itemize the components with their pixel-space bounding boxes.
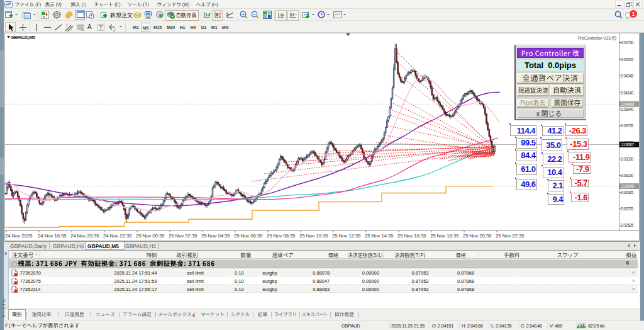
svg-text:2.03130: 2.03130: [621, 173, 634, 178]
svg-text:25 Nov 18:35: 25 Nov 18:35: [430, 233, 459, 239]
svg-text:2.03330: 2.03330: [621, 157, 634, 161]
svg-text:GBPAUD,M5: GBPAUD,M5: [11, 35, 35, 40]
svg-text:25 Nov 02:35: 25 Nov 02:35: [169, 233, 197, 239]
svg-text:2.04140: 2.04140: [621, 91, 634, 95]
svg-text:2.02925: 2.02925: [621, 190, 634, 195]
svg-text:25 Nov 08:35: 25 Nov 08:35: [267, 233, 296, 239]
svg-text:2.04750: 2.04750: [621, 40, 634, 45]
svg-text:25 Nov 22:35: 25 Nov 22:35: [496, 233, 525, 239]
svg-text:24 Nov 18:35: 24 Nov 18:35: [38, 233, 67, 239]
svg-text:2.03735: 2.03735: [621, 123, 634, 128]
svg-text:25 Nov 06:35: 25 Nov 06:35: [234, 233, 263, 239]
svg-text:2.04345: 2.04345: [621, 74, 634, 78]
svg-text:25 Nov 16:35: 25 Nov 16:35: [397, 233, 426, 239]
svg-text:2.02525: 2.02525: [621, 223, 634, 227]
svg-text:2.03940: 2.03940: [621, 107, 634, 111]
svg-text:24 Nov 22:35: 24 Nov 22:35: [103, 233, 132, 239]
svg-text:ProController-V33: ProController-V33: [577, 36, 611, 40]
svg-text:25 Nov 04:35: 25 Nov 04:35: [201, 233, 230, 239]
svg-text:25 Nov 20:35: 25 Nov 20:35: [463, 233, 492, 239]
svg-text:2.02725: 2.02725: [621, 207, 634, 211]
svg-text:25 Nov 12:35: 25 Nov 12:35: [332, 233, 361, 239]
svg-text:2.04545: 2.04545: [621, 57, 634, 62]
svg-text:24 Nov 20:35: 24 Nov 20:35: [70, 233, 99, 239]
svg-text:25 Nov 00:35: 25 Nov 00:35: [136, 233, 165, 239]
svg-text:24 Nov 2025: 24 Nov 2025: [5, 233, 33, 239]
svg-text:2.04000: 2.04000: [621, 102, 635, 106]
svg-text:25 Nov 14:35: 25 Nov 14:35: [365, 233, 394, 239]
svg-text:25 Nov 10:35: 25 Nov 10:35: [299, 233, 328, 239]
svg-text:2.03000: 2.03000: [621, 184, 635, 188]
svg-text:2.03507: 2.03507: [621, 142, 635, 147]
